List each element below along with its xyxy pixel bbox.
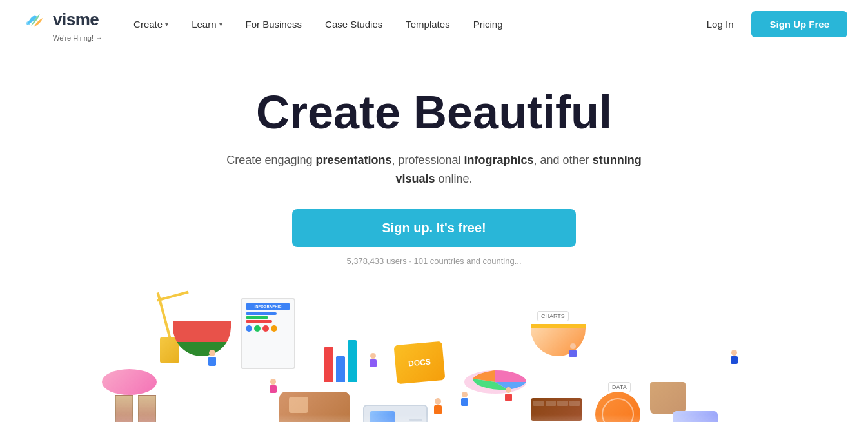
learn-chevron-icon: ▾ [219, 21, 222, 28]
orange-inner [602, 398, 634, 422]
photo-inner [370, 411, 395, 422]
inf-circle-1 [246, 325, 252, 332]
brand-name: visme [53, 10, 99, 30]
hero-section: Create Beautiful Create engaging present… [0, 48, 868, 422]
bar-3 [348, 340, 357, 382]
person-7-body [505, 394, 512, 401]
objects-container: INFOGRAPHIC [79, 285, 789, 422]
person-3 [370, 353, 377, 367]
nav-learn[interactable]: Learn ▾ [181, 14, 232, 35]
pie-chart-svg [463, 356, 528, 395]
bread-illustration [279, 392, 350, 422]
person-8-body [731, 356, 738, 364]
person-2-head [270, 379, 276, 385]
inf-circle-2 [254, 325, 261, 332]
person-5-head [462, 392, 468, 397]
person-3-body [370, 359, 377, 367]
charts-label-badge: CHARTS [537, 311, 569, 321]
logo-area: visme We're Hiring! → [21, 6, 103, 42]
data-label-badge: DATA [608, 382, 631, 392]
navbar: visme We're Hiring! → Create ▾ Learn ▾ F… [0, 0, 868, 48]
person-8-head [731, 350, 737, 356]
visme-logo-icon [21, 6, 48, 34]
donut-illustration [102, 369, 157, 395]
inf-title: INFOGRAPHIC [246, 303, 290, 310]
nav-create[interactable]: Create ▾ [123, 14, 179, 35]
person-1 [208, 350, 216, 367]
nav-templates[interactable]: Templates [395, 14, 460, 35]
hero-subtitle: Create engaging presentations, professio… [215, 151, 653, 188]
photo-line-1 [409, 419, 422, 421]
inf-bar-3 [246, 320, 272, 323]
person-5-body [461, 398, 468, 406]
cta-area: Sign up. It's free! [13, 209, 855, 256]
inf-bar-2 [246, 316, 268, 319]
inf-circles [246, 325, 290, 332]
crane-arm-horizontal [157, 290, 188, 301]
bar-1 [324, 347, 333, 382]
create-chevron-icon: ▾ [165, 21, 168, 28]
logo-row: visme [21, 6, 103, 34]
drink-glass-1 [115, 395, 133, 422]
person-6 [569, 343, 577, 357]
nav-pricing[interactable]: Pricing [463, 14, 513, 35]
person-4 [434, 398, 442, 414]
bowl-illustration [531, 324, 586, 356]
drinks-illustration [115, 395, 159, 422]
user-count: 5,378,433 users · 101 countries and coun… [13, 256, 855, 266]
person-4-body [434, 405, 442, 414]
nav-right: Log In Sign Up Free [699, 11, 847, 37]
person-4-head [435, 398, 441, 405]
svg-point-1 [26, 21, 30, 25]
bar-chart-illustration [324, 337, 357, 382]
choco-bar-illustration [531, 398, 582, 421]
person-8 [731, 350, 738, 364]
person-7-head [506, 387, 511, 393]
login-button[interactable]: Log In [699, 14, 742, 35]
signup-button[interactable]: Sign Up Free [751, 11, 847, 37]
person-7 [505, 387, 512, 401]
bar-2 [336, 356, 345, 382]
pie-chart-illustration [463, 356, 528, 397]
photo-card-illustration [363, 405, 428, 422]
bread-highlight [289, 397, 308, 413]
inf-circle-3 [262, 325, 269, 332]
hero-title: Create Beautiful [13, 87, 855, 138]
nav-links: Create ▾ Learn ▾ For Business Case Studi… [123, 14, 699, 35]
infographic-box-illustration: INFOGRAPHIC [241, 298, 295, 369]
person-3-head [370, 353, 376, 359]
cta-button[interactable]: Sign up. It's free! [292, 209, 576, 247]
person-5 [461, 392, 468, 406]
drink-glass-2 [138, 395, 156, 422]
nav-case-studies[interactable]: Case Studies [315, 14, 393, 35]
person-6-body [569, 350, 577, 357]
puzzle-illustration [673, 411, 718, 422]
person-6-head [570, 343, 576, 349]
inf-bar-1 [246, 312, 277, 315]
hero-illustration: INFOGRAPHIC [13, 285, 855, 422]
person-2-body [270, 385, 277, 393]
choco-grid [531, 398, 582, 408]
nav-for-business[interactable]: For Business [235, 14, 313, 35]
inf-circle-4 [271, 325, 277, 332]
orange-illustration [595, 392, 640, 422]
person-2 [270, 379, 277, 393]
docs-label: DOCS [408, 357, 431, 368]
docs-box-illustration: DOCS [394, 341, 446, 384]
cup-illustration [650, 382, 686, 414]
hiring-tag[interactable]: We're Hiring! → [21, 34, 103, 42]
